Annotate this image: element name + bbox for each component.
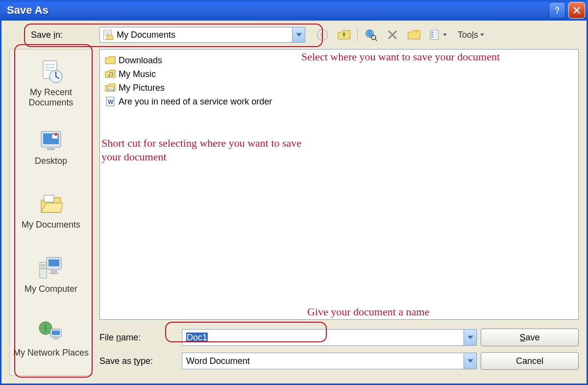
close-icon	[573, 6, 581, 14]
delete-button[interactable]	[385, 27, 400, 42]
place-network-places[interactable]: My Network Places	[10, 307, 92, 370]
svg-rect-2	[104, 32, 111, 33]
save-in-row: Save in: My Documents	[1, 21, 587, 49]
views-button[interactable]	[428, 27, 448, 42]
place-my-documents[interactable]: My Documents	[10, 179, 92, 243]
svg-point-38	[112, 75, 113, 76]
folder-up-icon	[337, 28, 351, 41]
folder-pictures-icon	[105, 82, 116, 93]
place-recent-documents[interactable]: My Recent Documents	[10, 51, 92, 115]
place-label: My Documents	[22, 220, 80, 230]
place-my-computer[interactable]: My Computer	[10, 243, 92, 307]
svg-rect-17	[45, 67, 55, 68]
save-in-value: My Documents	[117, 30, 292, 40]
place-desktop[interactable]: Desktop	[10, 115, 92, 179]
svg-rect-11	[431, 34, 433, 35]
close-button[interactable]	[568, 2, 585, 19]
back-button[interactable]	[315, 27, 330, 42]
svg-rect-24	[47, 148, 55, 150]
svg-point-23	[54, 133, 57, 136]
svg-text:W: W	[108, 99, 114, 105]
place-label: My Recent Documents	[10, 87, 92, 108]
svg-rect-14	[434, 36, 438, 38]
file-name: Downloads	[119, 55, 162, 66]
cancel-button[interactable]: Cancel	[481, 352, 579, 370]
svg-rect-35	[52, 331, 60, 335]
folder-doc-icon	[102, 28, 115, 41]
tools-label: Tools	[458, 30, 478, 40]
globe-search-icon	[364, 28, 378, 42]
svg-rect-12	[434, 34, 438, 35]
svg-rect-27	[49, 259, 59, 266]
svg-rect-25	[44, 195, 54, 202]
list-item[interactable]: Downloads	[105, 53, 573, 67]
savetype-value: Word Document	[182, 356, 464, 366]
chevron-down-icon	[296, 32, 302, 38]
folder-music-icon	[105, 69, 116, 79]
save-in-dropdown-button[interactable]	[292, 27, 305, 42]
recent-documents-icon	[37, 59, 65, 84]
help-icon	[553, 6, 562, 15]
savetype-combo[interactable]: Word Document	[182, 353, 477, 369]
chevron-down-icon	[443, 33, 447, 36]
file-list: Downloads My Music My Pictures W Are you…	[100, 50, 578, 112]
chevron-down-icon	[467, 334, 473, 340]
svg-rect-13	[431, 36, 433, 38]
title-bar: Save As	[0, 0, 588, 21]
toolbar-separator	[357, 28, 358, 42]
svg-rect-10	[434, 32, 438, 33]
help-button[interactable]	[549, 2, 565, 19]
svg-point-7	[371, 35, 376, 40]
desktop-icon	[37, 128, 65, 153]
place-label: My Network Places	[13, 348, 89, 358]
svg-rect-36	[53, 338, 58, 339]
places-bar: My Recent Documents Desktop My Documents	[9, 49, 93, 376]
svg-point-37	[109, 76, 110, 77]
list-item[interactable]: My Pictures	[105, 81, 573, 95]
svg-rect-18	[45, 70, 52, 71]
place-label: My Computer	[24, 284, 77, 294]
views-icon	[430, 29, 442, 41]
word-doc-icon: W	[105, 96, 116, 107]
up-one-level-button[interactable]	[337, 27, 351, 42]
list-item[interactable]: W Are you in need of a service work orde…	[105, 95, 573, 108]
place-label: Desktop	[35, 156, 67, 166]
toolbar: Tools	[315, 27, 487, 42]
new-folder-icon	[407, 28, 421, 41]
svg-point-32	[49, 272, 59, 274]
save-in-combo[interactable]: My Documents	[99, 27, 305, 43]
file-list-area[interactable]: Downloads My Music My Pictures W Are you…	[99, 49, 579, 320]
file-name: My Pictures	[119, 83, 165, 93]
window-controls	[549, 2, 585, 19]
file-name: Are you in need of a service work order	[119, 97, 272, 107]
bottom-controls: File name: Doc1 Save Save as type: Word …	[99, 326, 579, 373]
svg-rect-3	[104, 33, 111, 34]
search-web-button[interactable]	[364, 27, 378, 42]
chevron-down-icon	[467, 358, 473, 364]
svg-rect-30	[41, 267, 46, 269]
chevron-down-icon	[480, 33, 484, 36]
svg-rect-31	[50, 270, 57, 272]
svg-rect-29	[41, 264, 46, 266]
new-folder-button[interactable]	[407, 27, 421, 42]
back-arrow-icon	[316, 28, 329, 41]
list-item[interactable]: My Music	[105, 67, 573, 81]
window-title: Save As	[7, 4, 49, 17]
svg-point-5	[317, 29, 328, 40]
folder-icon	[105, 55, 116, 66]
svg-rect-39	[108, 87, 114, 91]
my-documents-icon	[37, 192, 65, 217]
computer-icon	[37, 256, 65, 281]
savetype-label: Save as type:	[99, 356, 178, 366]
filename-dropdown-button[interactable]	[464, 330, 476, 345]
save-button[interactable]: Save	[481, 329, 579, 346]
tools-menu[interactable]: Tools	[455, 29, 487, 41]
dialog-body: Save in: My Documents	[0, 21, 588, 385]
svg-point-0	[557, 12, 558, 13]
file-name: My Music	[119, 69, 156, 79]
filename-value: Doc1	[182, 333, 464, 343]
svg-rect-9	[431, 32, 433, 33]
filename-combo[interactable]: Doc1	[182, 329, 477, 346]
savetype-dropdown-button[interactable]	[464, 353, 476, 369]
save-in-label: Save in:	[31, 30, 95, 40]
